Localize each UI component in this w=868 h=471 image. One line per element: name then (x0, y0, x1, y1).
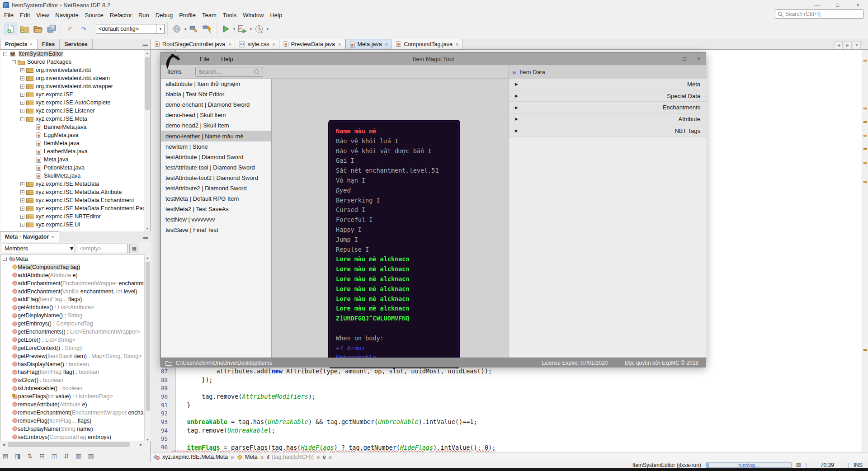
tree-row[interactable]: +xyz.expmc.ISE.MetaData.Attribute (0, 188, 150, 196)
editor-tab-style-css[interactable]: style.css× (235, 39, 279, 49)
item-data-row[interactable]: ▶Enchantments (509, 102, 707, 113)
tree-expand-icon[interactable]: − (3, 52, 7, 56)
double-chevron-icon[interactable]: » (512, 68, 516, 76)
debug-button[interactable] (236, 23, 249, 35)
code-line[interactable]: 92 (151, 409, 862, 418)
tool-minimize-button[interactable]: — (664, 53, 678, 64)
member-row[interactable]: getEnchantments() : List<EnchantmentWrap… (1, 328, 144, 336)
navigator-tab-close-icon[interactable]: × (51, 234, 54, 240)
scroll-tabs-right-icon[interactable]: ▶ (844, 41, 852, 49)
menu-tools[interactable]: Tools (220, 11, 240, 19)
warning-mark[interactable] (863, 162, 867, 164)
expand-arrow-icon[interactable]: ▶ (515, 82, 518, 86)
tree-row[interactable]: +xyz.expmc.ISE.AutoComplete (0, 99, 150, 107)
code-line[interactable]: 93 unbreakable = tag.has(Unbreakable) &&… (151, 418, 862, 426)
tree-expand-icon[interactable]: + (20, 207, 24, 211)
warning-mark[interactable] (863, 349, 867, 351)
tree-row[interactable]: +xyz.expmc.ISE.Listener (0, 107, 150, 115)
items-list-item[interactable]: demo-enchant | Diamond Sword (161, 99, 271, 110)
tree-expand-icon[interactable]: + (20, 76, 24, 80)
tab-list-icon[interactable]: ▼ (853, 41, 861, 49)
tree-expand-icon[interactable]: + (20, 215, 24, 219)
member-row[interactable]: getEmbroys() : CompoundTag (1, 320, 144, 328)
items-list-item[interactable]: newItem | Stone (161, 141, 271, 152)
items-list-item[interactable]: testAttribute-tool2 | Diamond Sword (161, 173, 271, 183)
warning-mark[interactable] (863, 148, 867, 150)
menu-profile[interactable]: Profile (176, 11, 199, 19)
breadcrumb-item[interactable]: if (tag.has(ENCH)) (267, 454, 314, 460)
tool-menu-file[interactable]: File (200, 56, 209, 62)
projects-collapse-icon[interactable]: ▬ (142, 41, 148, 47)
webstart-button[interactable] (170, 23, 183, 35)
navigator-toolbar-icon[interactable]: ⇵ (62, 452, 71, 461)
item-data-row[interactable]: ▶Special Data (509, 90, 707, 102)
items-list-item[interactable]: testNew | vvvvvvvv (161, 214, 271, 225)
member-row[interactable]: Meta(CompoundTag tag) (1, 263, 144, 271)
expand-arrow-icon[interactable]: ▶ (515, 117, 518, 121)
tree-expand-icon[interactable]: − (3, 257, 7, 261)
warning-mark[interactable] (863, 60, 867, 61)
redo-button[interactable]: ↷ (77, 23, 90, 35)
tree-expand-icon[interactable]: + (20, 198, 24, 203)
close-icon[interactable]: × (385, 42, 388, 47)
items-list-item[interactable]: testAttribute2 | Diamond Sword (161, 183, 271, 193)
items-list-item[interactable]: testSave | Final Test (161, 225, 271, 235)
build-button[interactable] (187, 23, 200, 35)
items-list-item[interactable]: testAttribute | Diamond Sword (161, 152, 271, 162)
code-line[interactable]: 87 attributes.add(new Attribute(type, am… (151, 367, 862, 376)
code-line[interactable]: 91 } (151, 401, 862, 410)
menu-help[interactable]: Help (267, 11, 285, 19)
breadcrumb-item[interactable]: xyz.expmc.ISE.Meta.Meta (153, 454, 228, 460)
expand-arrow-icon[interactable]: ▶ (515, 94, 518, 98)
tree-row[interactable]: +xyz.expmc.ISE (0, 90, 150, 99)
tree-row[interactable]: −Source Packages (0, 58, 150, 66)
member-row[interactable]: hasFlag(ItemFlag flag) : boolean (1, 368, 144, 376)
warning-mark[interactable] (863, 181, 867, 183)
tree-row[interactable]: ItemMeta.java (0, 139, 150, 147)
tree-row[interactable]: +org.inventivetalent.nbt.wrapper (0, 82, 150, 90)
menu-navigate[interactable]: Navigate (52, 11, 81, 19)
tree-row[interactable]: BannerMeta.java (0, 123, 150, 131)
menu-window[interactable]: Window (240, 11, 267, 19)
tree-expand-icon[interactable]: − (12, 60, 16, 64)
navigator-tab[interactable]: Meta - Navigator× (0, 231, 59, 242)
items-list-item[interactable]: testMeta2 | Test SaveAs (161, 204, 271, 214)
tree-expand-icon[interactable]: + (20, 68, 24, 72)
navigator-toolbar-icon[interactable]: ◫ (50, 452, 59, 461)
navigator-scrollbar[interactable]: ▲ ▼ (144, 254, 151, 441)
tab-services[interactable]: Services (60, 39, 92, 49)
undo-button[interactable]: ↶ (64, 23, 76, 35)
member-row[interactable]: addEnchantment(EnchantmentWrapper enchan… (1, 279, 144, 287)
member-row[interactable]: getLoreContext() : String[] (1, 344, 144, 352)
code-line[interactable]: 88 }); (151, 376, 862, 384)
member-row[interactable]: removeEnchantment(EnchantmentWrapper enc… (1, 409, 144, 417)
item-data-row[interactable]: ▶Meta (509, 79, 707, 90)
member-row[interactable]: isUnbreakable() : boolean (1, 384, 144, 392)
navigator-filter-settings-icon[interactable]: ▦ (129, 244, 139, 253)
member-row[interactable]: −Meta (1, 255, 144, 263)
member-row[interactable]: getPreview(ItemStack item) : Map<String,… (1, 352, 144, 360)
warning-mark[interactable] (863, 108, 867, 109)
tree-expand-icon[interactable]: + (20, 101, 24, 105)
member-row[interactable]: setEmbroys(CompoundTag embroys) (1, 433, 144, 441)
member-row[interactable]: removeAttribute(Attribute e) (1, 400, 144, 409)
member-row[interactable]: isGlow() : boolean (1, 376, 144, 384)
code-line[interactable]: 94 tag.remove(Unbreakable); (151, 426, 862, 435)
member-row[interactable]: addEnchantment(Vanilla enchantment, int … (1, 287, 144, 296)
breadcrumb-item[interactable]: e (323, 454, 326, 460)
navigator-toolbar-icon[interactable]: ▤ (1, 452, 10, 461)
error-stripe[interactable] (862, 50, 868, 452)
member-row[interactable]: removeFlag(ItemFlag... flags) (1, 417, 144, 425)
menu-run[interactable]: Run (135, 11, 152, 19)
breadcrumb-item[interactable]: Meta (237, 454, 258, 460)
code-lines[interactable]: 87 attributes.add(new Attribute(type, am… (151, 367, 862, 452)
menu-source[interactable]: Source (82, 11, 107, 19)
tree-row[interactable]: +xyz.expmc.ISE.UI (0, 221, 150, 229)
navigator-toolbar-icon[interactable]: ▥ (74, 452, 83, 461)
tree-expand-icon[interactable]: + (20, 223, 24, 227)
member-row[interactable]: getDisplayName() : String (1, 311, 144, 320)
tool-maximize-button[interactable]: □ (678, 53, 692, 64)
tab-projects[interactable]: Projects× (0, 39, 38, 49)
editor-tab-compoundtag-java[interactable]: CompoundTag.java× (392, 39, 462, 49)
editor-tab-rootstagecontroller-java[interactable]: RootStageController.java× (151, 39, 235, 49)
